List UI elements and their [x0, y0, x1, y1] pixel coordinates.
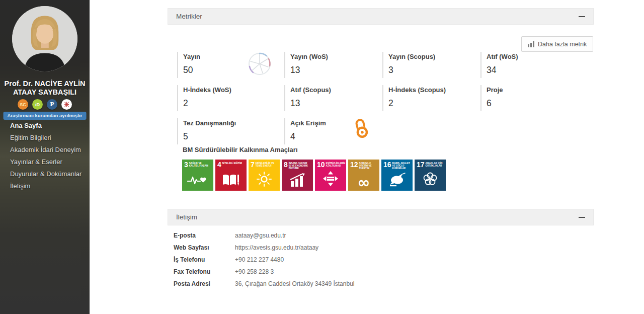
sidebar-item-iletisim[interactable]: İletişim — [0, 180, 90, 192]
sidebar-menu: Ana Sayfa Eğitim Bilgileri Akademik İdar… — [0, 120, 90, 192]
sdg-12-tile[interactable]: 12 SORUMLU ÜRETİM VE TÜKETİM ∞ — [348, 160, 379, 191]
researcher-name: Prof. Dr. NACİYE AYLİN ATAAY SAYBAŞILI — [0, 80, 90, 97]
yok-emblem-icon — [63, 101, 70, 108]
sdg-17-tile[interactable]: 17 AMAÇLAR İÇİN ORTAKLIKLAR — [415, 160, 446, 191]
sdg-number: 3 — [184, 162, 188, 168]
metric-tez-danismanligi: Tez Danışmanlığı 5 — [177, 118, 284, 144]
metric-acik-erisim: Açık Erişim 4 — [284, 118, 382, 144]
metric-value: 3 — [388, 65, 480, 74]
status-badge: Araştırmacı kurumdan ayrılmıştır — [4, 112, 87, 120]
metric-value: 6 — [487, 99, 594, 108]
metric-yayin-wos: Yayın (WoS) 13 — [284, 52, 382, 78]
metric-atif-scopus: Atıf (Scopus) 13 — [284, 85, 382, 111]
metric-atif-wos: Atıf (WoS) 34 — [480, 52, 594, 78]
contact-row-web: Web Sayfası https://avesis.gsu.edu.tr/aa… — [174, 245, 536, 251]
metric-label: Atıf (Scopus) — [290, 86, 382, 94]
metric-label: Yayın (Scopus) — [388, 53, 480, 60]
more-metrics-button[interactable]: Daha fazla metrik — [521, 36, 593, 52]
equality-icon — [323, 171, 339, 189]
metric-label: H-İndeks (Scopus) — [388, 86, 480, 94]
sun-icon — [257, 172, 272, 189]
sdg-7-tile[interactable]: 7 ERİŞİLEBİLİR VE TEMİZ ENERJİ — [249, 160, 280, 191]
sdg-title: SAĞLIK VE KALİTELİ YAŞAM — [189, 162, 209, 168]
metric-value: 13 — [290, 65, 382, 74]
researcher-name-line1: Prof. Dr. NACİYE AYLİN — [0, 80, 90, 88]
sdg-number: 12 — [350, 162, 358, 170]
sdg-8-tile[interactable]: 8 İNSANA YAKIŞIR İŞ VE EKONOMİK BÜYÜME — [282, 160, 313, 191]
sdg-10-tile[interactable]: 10 EŞİTSİZLİKLERİN AZALTILMASI — [315, 160, 346, 191]
metric-value: 13 — [290, 99, 382, 108]
sidebar-item-ana-sayfa[interactable]: Ana Sayfa — [0, 120, 90, 132]
metric-h-indeks-scopus: H-İndeks (Scopus) 2 — [382, 85, 480, 111]
publons-profile-icon[interactable]: P — [47, 99, 57, 110]
metric-label: Atıf (WoS) — [487, 53, 594, 60]
yok-akademik-profile-icon[interactable] — [61, 99, 72, 110]
researcher-name-line2: ATAAY SAYBAŞILI — [0, 88, 90, 97]
contact-label: Web Sayfası — [174, 245, 235, 251]
profile-badges: SC iD P — [0, 99, 90, 110]
metric-label: H-İndeks (WoS) — [183, 86, 284, 94]
more-metrics-label: Daha fazla metrik — [538, 41, 587, 48]
contact-collapse-icon[interactable] — [578, 214, 585, 221]
contact-fax-value: +90 258 228 3 — [235, 269, 536, 275]
sdg-4-tile[interactable]: 4 NİTELİKLİ EĞİTİM — [215, 160, 247, 191]
metric-value: 2 — [183, 99, 284, 108]
contact-row-adres: Posta Adresi 36, Çırağan Caddesi Ortaköy… — [174, 281, 536, 287]
sdg-title: AMAÇLAR İÇİN ORTAKLIKLAR — [426, 162, 445, 168]
metric-yayin: Yayın 50 — [177, 52, 284, 78]
contact-label: İş Telefonu — [174, 257, 235, 263]
sdg-number: 4 — [217, 162, 221, 168]
infinity-icon: ∞ — [358, 177, 370, 189]
sdg-number: 17 — [417, 162, 425, 168]
metrics-grid: Yayın 50 — [177, 52, 594, 144]
sidebar-item-akademik-idari-deneyim[interactable]: Akademik İdari Deneyim — [0, 144, 90, 156]
contact-row-fax: Fax Telefonu +90 258 228 3 — [174, 269, 536, 275]
heartbeat-icon — [187, 174, 208, 189]
contact-rows: E-posta aataay@gsu.edu.tr Web Sayfası ht… — [174, 232, 536, 293]
metrics-panel-title: Metrikler — [176, 13, 578, 20]
sdg-title: İNSANA YAKIŞIR İŞ VE EKONOMİK BÜYÜME — [289, 162, 309, 170]
sdg-number: 16 — [383, 162, 391, 170]
metric-yayin-scopus: Yayın (Scopus) 3 — [382, 52, 480, 78]
avatar-photo — [12, 6, 77, 71]
contact-address-value: 36, Çırağan Caddesi Ortaköy 34349 İstanb… — [235, 281, 536, 287]
sidebar-item-duyurular-dokumanlar[interactable]: Duyurular & Dokümanlar — [0, 168, 90, 180]
sidebar-item-egitim-bilgileri[interactable]: Eğitim Bilgileri — [0, 132, 90, 144]
contact-label: E-posta — [174, 232, 235, 239]
sdg-heading: BM Sürdürülebilir Kalkınma Amaçları — [183, 146, 298, 153]
open-access-icon — [353, 118, 369, 141]
metrics-wheel-icon — [246, 50, 273, 80]
metric-label: Proje — [487, 86, 594, 94]
scopus-profile-icon[interactable]: SC — [18, 99, 28, 110]
sdg-title: BARIŞ, ADALET VE GÜÇLÜ KURUMLAR — [392, 162, 412, 170]
metric-label: Tez Danışmanlığı — [183, 119, 284, 127]
metrics-panel-header: Metrikler — [168, 8, 594, 25]
sdg-title: EŞİTSİZLİKLERİN AZALTILMASI — [326, 162, 346, 168]
sdg-3-tile[interactable]: 3 SAĞLIK VE KALİTELİ YAŞAM — [182, 160, 213, 191]
contact-email-value[interactable]: aataay@gsu.edu.tr — [235, 232, 536, 239]
metric-value: 34 — [487, 65, 594, 74]
sdg-title: NİTELİKLİ EĞİTİM — [222, 162, 242, 168]
contact-row-eposta: E-posta aataay@gsu.edu.tr — [174, 232, 536, 239]
profile-sidebar: Prof. Dr. NACİYE AYLİN ATAAY SAYBAŞILI S… — [0, 0, 90, 314]
metrics-collapse-icon[interactable] — [578, 13, 585, 20]
avatar — [12, 6, 77, 71]
growth-chart-icon — [289, 173, 306, 189]
metric-label: Yayın (WoS) — [290, 53, 382, 60]
contact-label: Posta Adresi — [174, 281, 235, 287]
contact-row-is-telefonu: İş Telefonu +90 212 227 4480 — [174, 257, 536, 263]
sidebar-item-yayinlar-eserler[interactable]: Yayınlar & Eserler — [0, 156, 90, 168]
orcid-profile-icon[interactable]: iD — [32, 99, 43, 110]
sdg-title: ERİŞİLEBİLİR VE TEMİZ ENERJİ — [256, 162, 276, 168]
bar-chart-icon — [528, 41, 534, 47]
partnership-rings-icon — [422, 171, 439, 189]
sdg-number: 8 — [284, 162, 288, 170]
sdg-number: 7 — [251, 162, 255, 168]
metric-proje: Proje 6 — [480, 85, 594, 111]
sdg-row: 3 SAĞLIK VE KALİTELİ YAŞAM 4 NİTELİKLİ E… — [182, 160, 446, 191]
metric-value: 2 — [388, 99, 480, 108]
sdg-number: 10 — [317, 162, 325, 168]
contact-web-value[interactable]: https://avesis.gsu.edu.tr/aataay — [235, 245, 536, 251]
metric-h-indeks-wos: H-İndeks (WoS) 2 — [177, 85, 284, 111]
sdg-16-tile[interactable]: 16 BARIŞ, ADALET VE GÜÇLÜ KURUMLAR — [381, 160, 413, 191]
